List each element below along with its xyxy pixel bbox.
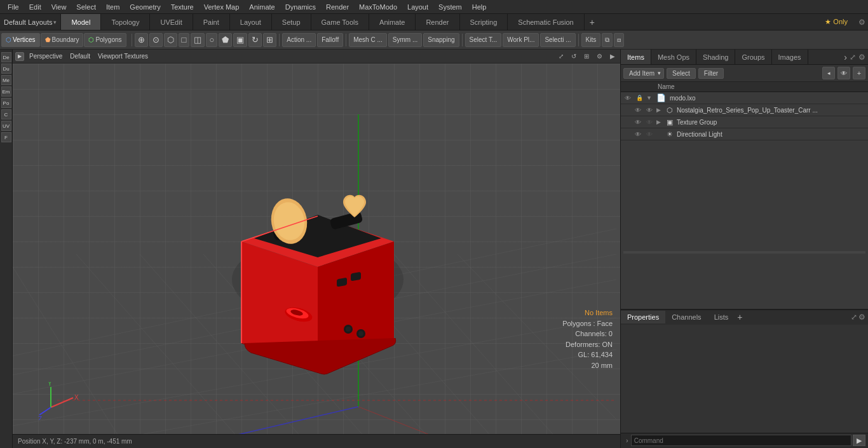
item-row-modo-lxo[interactable]: 👁 🔒 ▼ 📄 modo.lxo [621, 92, 868, 104]
rotate-btn[interactable]: ↻ [248, 33, 262, 47]
cam-back-btn[interactable]: ⧈ [614, 33, 624, 47]
sidebar-tool-du[interactable]: Du [1, 64, 11, 74]
command-arrow[interactable]: › [623, 437, 631, 444]
sidebar-tool-em[interactable]: Em [1, 86, 11, 97]
shape-btn[interactable]: ⬟ [219, 33, 232, 47]
item-row-texture-group[interactable]: 👁 👁 ▶ ▣ Texture Group [621, 116, 868, 128]
item-eye-texture[interactable]: 👁 [634, 118, 642, 126]
menu-render[interactable]: Render [321, 2, 354, 12]
command-execute-btn[interactable]: ▶ [853, 435, 865, 446]
work-plane-btn[interactable]: Work Pl... [503, 33, 539, 47]
cam-front-btn[interactable]: ⧉ [602, 33, 613, 47]
select-tool-btn[interactable]: Select T... [465, 33, 502, 47]
menu-geometry[interactable]: Geometry [125, 2, 165, 12]
item-row-toaster[interactable]: 👁 👁 ▶ ⬡ Nostalgia_Retro_Series_Pop_Up_To… [621, 104, 868, 116]
viewport-maximize-icon[interactable]: ⤢ [556, 52, 566, 60]
item-eye-toaster[interactable]: 👁 [634, 105, 642, 114]
falloff-btn[interactable]: Falloff [317, 33, 343, 47]
items-scrollbar[interactable] [623, 251, 865, 254]
split-btn[interactable]: ◫ [191, 33, 205, 47]
item-expand-toaster[interactable]: ▶ [656, 107, 664, 113]
origin-btn[interactable]: ⊕ [135, 33, 148, 47]
sidebar-tool-uv[interactable]: UV [1, 121, 11, 131]
tab-star-only[interactable]: ★ Only [820, 18, 853, 26]
snapping-btn[interactable]: Snapping [423, 33, 459, 47]
tab-topology[interactable]: Topology [101, 14, 150, 30]
panel-settings-icon[interactable]: ⚙ [858, 53, 865, 62]
viewport-settings-icon[interactable]: ⚙ [594, 52, 605, 60]
bottom-tab-channels[interactable]: Channels [665, 311, 707, 323]
panel-tab-add[interactable]: › [841, 52, 850, 62]
panel-tab-groups[interactable]: Groups [735, 50, 771, 64]
tab-render[interactable]: Render [416, 14, 459, 30]
viewport-3d[interactable]: No Items Polygons : Face Channels: 0 Def… [13, 64, 620, 434]
menu-vertex-map[interactable]: Vertex Map [199, 2, 245, 12]
sidebar-tool-c[interactable]: C [1, 109, 11, 119]
plus-btn[interactable]: ⊞ [263, 33, 276, 47]
item-eye2-light[interactable]: 👁 [645, 130, 654, 139]
menu-maxtomodo[interactable]: MaxToModo [354, 2, 402, 12]
tab-scripting[interactable]: Scripting [460, 14, 508, 30]
menu-help[interactable]: Help [467, 2, 492, 12]
tab-setup[interactable]: Setup [272, 14, 311, 30]
tab-paint[interactable]: Paint [193, 14, 230, 30]
viewport-rotate-icon[interactable]: ↺ [569, 52, 579, 60]
command-input[interactable] [631, 435, 851, 446]
menu-dynamics[interactable]: Dynamics [280, 2, 321, 12]
vertices-btn[interactable]: ⬡ Vertices [1, 33, 40, 47]
menu-system[interactable]: System [433, 2, 467, 12]
viewport-toggle-btn[interactable]: ⊙ [149, 33, 163, 47]
filter-btn[interactable]: Filter [698, 68, 724, 79]
kits-btn[interactable]: Kits [581, 33, 601, 47]
tab-add-button[interactable]: + [585, 15, 600, 30]
menu-file[interactable]: File [3, 2, 24, 12]
menu-texture[interactable]: Texture [166, 2, 199, 12]
menu-select[interactable]: Select [71, 2, 101, 12]
grid-btn[interactable]: ▣ [233, 33, 247, 47]
menu-item[interactable]: Item [101, 2, 125, 12]
sidebar-tool-me[interactable]: Me [1, 75, 11, 85]
bottom-tab-properties[interactable]: Properties [621, 311, 665, 323]
item-expand-modo[interactable]: ▼ [646, 95, 654, 101]
viewport-grid-icon[interactable]: ⊞ [581, 52, 592, 60]
item-lock-modo[interactable]: 🔒 [635, 93, 644, 102]
bottom-tab-lists[interactable]: Lists [708, 311, 735, 323]
rect-btn[interactable]: □ [179, 33, 190, 47]
panel-tab-images[interactable]: Images [772, 50, 808, 64]
circle-btn[interactable]: ○ [206, 33, 217, 47]
panel-tab-mesh-ops[interactable]: Mesh Ops [651, 50, 696, 64]
viewport-toggle-btn[interactable]: ▶ [15, 52, 24, 61]
item-expand-texture[interactable]: ▶ [656, 119, 664, 125]
tab-layout[interactable]: Layout [230, 14, 272, 30]
tab-model[interactable]: Model [61, 14, 101, 30]
boundary-btn[interactable]: ⬟ Boundary [41, 33, 84, 47]
items-eye-btn[interactable]: 👁 [837, 67, 850, 79]
tab-schematic-fusion[interactable]: Schematic Fusion [508, 14, 584, 30]
item-eye-modo[interactable]: 👁 [623, 93, 632, 102]
menu-layout[interactable]: Layout [402, 2, 433, 12]
panel-expand-icon[interactable]: ⤢ [850, 53, 856, 62]
item-eye2-toaster[interactable]: 👁 [645, 105, 654, 114]
items-plus-btn[interactable]: + [853, 67, 865, 79]
layout-dropdown[interactable]: Default Layouts ▾ [0, 14, 61, 30]
item-row-light[interactable]: 👁 👁 ☀ Directional Light [621, 128, 868, 140]
tab-animate[interactable]: Animate [369, 14, 416, 30]
item-eye-light[interactable]: 👁 [634, 130, 642, 139]
item-eye2-texture[interactable]: 👁 [645, 118, 654, 126]
bottom-settings-icon[interactable]: ⚙ [858, 313, 865, 322]
menu-animate[interactable]: Animate [244, 2, 280, 12]
symm-btn[interactable]: Symm ... [388, 33, 422, 47]
select-i-btn[interactable]: Selecti ... [540, 33, 575, 47]
tab-settings-icon[interactable]: ⚙ [855, 16, 868, 29]
sidebar-tool-po[interactable]: Po [1, 98, 11, 108]
viewport-play-icon[interactable]: ▶ [607, 52, 618, 60]
items-collapse-btn[interactable]: ◂ [822, 67, 835, 79]
tab-uvedit[interactable]: UVEdit [150, 14, 193, 30]
sidebar-tool-f[interactable]: F [1, 132, 11, 142]
polygons-btn[interactable]: ⬡ Polygons [84, 33, 126, 47]
tab-game-tools[interactable]: Game Tools [311, 14, 370, 30]
panel-tab-shading[interactable]: Shading [696, 50, 735, 64]
bottom-tab-add[interactable]: + [737, 312, 742, 322]
action-btn[interactable]: Action ... [282, 33, 316, 47]
bottom-expand-icon[interactable]: ⤢ [851, 313, 857, 322]
